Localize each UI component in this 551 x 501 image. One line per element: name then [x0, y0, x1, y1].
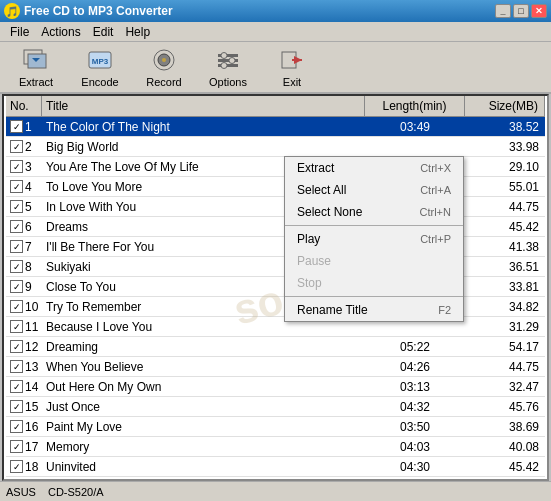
encode-icon: MP3	[86, 46, 114, 74]
close-button[interactable]: ✕	[531, 4, 547, 18]
table-row[interactable]: ✓10Try To Remember34.82	[6, 297, 545, 317]
table-row[interactable]: ✓11Because I Love You31.29	[6, 317, 545, 337]
ctx-separator	[285, 225, 463, 226]
ctx-item-label: Extract	[297, 161, 334, 175]
table-row[interactable]: ✓4To Love You More55.01	[6, 177, 545, 197]
ctx-item-shortcut: F2	[438, 304, 451, 316]
svg-point-12	[229, 58, 235, 64]
ctx-item-select-none[interactable]: Select NoneCtrl+N	[285, 201, 463, 223]
row-checkbox[interactable]: ✓	[10, 200, 23, 213]
row-checkbox[interactable]: ✓	[10, 280, 23, 293]
table-row[interactable]: ✓18Uninvited04:3045.42	[6, 457, 545, 477]
exit-label: Exit	[283, 76, 301, 88]
col-title: Title	[42, 96, 365, 116]
cell-no: ✓18	[6, 458, 42, 476]
row-checkbox[interactable]: ✓	[10, 160, 23, 173]
table-row[interactable]: ✓7I'll Be There For You41.38	[6, 237, 545, 257]
row-checkbox[interactable]: ✓	[10, 180, 23, 193]
row-checkbox[interactable]: ✓	[10, 440, 23, 453]
cell-no: ✓13	[6, 358, 42, 376]
ctx-item-label: Rename Title	[297, 303, 368, 317]
context-menu: ExtractCtrl+XSelect AllCtrl+ASelect None…	[284, 156, 464, 322]
table-row[interactable]: ✓6Dreams45.42	[6, 217, 545, 237]
cell-size: 55.01	[465, 178, 545, 196]
row-checkbox[interactable]: ✓	[10, 320, 23, 333]
cell-size: 40.08	[465, 438, 545, 456]
table-row[interactable]: ✓1The Color Of The Night03:4938.52	[6, 117, 545, 137]
ctx-item-stop: Stop	[285, 272, 463, 294]
title-bar-left: 🎵 Free CD to MP3 Converter	[4, 3, 173, 19]
row-checkbox[interactable]: ✓	[10, 400, 23, 413]
ctx-item-extract[interactable]: ExtractCtrl+X	[285, 157, 463, 179]
cell-no: ✓4	[6, 178, 42, 196]
row-checkbox[interactable]: ✓	[10, 140, 23, 153]
ctx-item-label: Pause	[297, 254, 331, 268]
main-area: sosej No. Title Length(min) Size(MB) ✓1T…	[2, 94, 549, 481]
table-row[interactable]: ✓17Memory04:0340.08	[6, 437, 545, 457]
extract-label: Extract	[19, 76, 53, 88]
menu-file[interactable]: File	[4, 23, 35, 41]
cell-size: 34.82	[465, 298, 545, 316]
svg-point-13	[221, 63, 227, 69]
row-checkbox[interactable]: ✓	[10, 460, 23, 473]
exit-button[interactable]: Exit	[262, 45, 322, 89]
col-no: No.	[6, 96, 42, 116]
extract-button[interactable]: Extract	[6, 45, 66, 89]
ctx-item-rename-title[interactable]: Rename TitleF2	[285, 299, 463, 321]
table-row[interactable]: ✓14Out Here On My Own03:1332.47	[6, 377, 545, 397]
table-row[interactable]: ✓16Paint My Love03:5038.69	[6, 417, 545, 437]
row-checkbox[interactable]: ✓	[10, 120, 23, 133]
table-row[interactable]: ✓9Close To You33.81	[6, 277, 545, 297]
cell-no: ✓10	[6, 298, 42, 316]
ctx-item-label: Select All	[297, 183, 346, 197]
row-checkbox[interactable]: ✓	[10, 420, 23, 433]
cell-length	[365, 145, 465, 149]
cell-title: Just Once	[42, 398, 365, 416]
cell-size: 33.81	[465, 278, 545, 296]
options-button[interactable]: Options	[198, 45, 258, 89]
drive-label: ASUS	[6, 486, 36, 498]
record-button[interactable]: Record	[134, 45, 194, 89]
row-checkbox[interactable]: ✓	[10, 300, 23, 313]
svg-point-7	[162, 58, 166, 62]
cell-size: 36.51	[465, 258, 545, 276]
cell-no: ✓2	[6, 138, 42, 156]
cell-title: The Color Of The Night	[42, 118, 365, 136]
ctx-item-pause: Pause	[285, 250, 463, 272]
cell-no: ✓6	[6, 218, 42, 236]
row-checkbox[interactable]: ✓	[10, 260, 23, 273]
table-row[interactable]: ✓5In Love With You44.75	[6, 197, 545, 217]
cell-length	[365, 325, 465, 329]
cell-no: ✓8	[6, 258, 42, 276]
toolbar: Extract MP3 Encode Record	[0, 42, 551, 94]
cell-length: 04:32	[365, 398, 465, 416]
table-row[interactable]: ✓13When You Believe04:2644.75	[6, 357, 545, 377]
cell-title: Out Here On My Own	[42, 378, 365, 396]
table-row[interactable]: ✓8Sukiyaki36.51	[6, 257, 545, 277]
menu-actions[interactable]: Actions	[35, 23, 86, 41]
table-row[interactable]: ✓12Dreaming05:2254.17	[6, 337, 545, 357]
row-checkbox[interactable]: ✓	[10, 240, 23, 253]
row-checkbox[interactable]: ✓	[10, 220, 23, 233]
row-checkbox[interactable]: ✓	[10, 340, 23, 353]
cell-no: ✓17	[6, 438, 42, 456]
ctx-separator	[285, 296, 463, 297]
maximize-button[interactable]: □	[513, 4, 529, 18]
table-row[interactable]: ✓3You Are The Love Of My Life29.10	[6, 157, 545, 177]
record-label: Record	[146, 76, 181, 88]
ctx-item-select-all[interactable]: Select AllCtrl+A	[285, 179, 463, 201]
cell-title: Big Big World	[42, 138, 365, 156]
row-checkbox[interactable]: ✓	[10, 360, 23, 373]
ctx-item-play[interactable]: PlayCtrl+P	[285, 228, 463, 250]
cell-title: When You Believe	[42, 358, 365, 376]
minimize-button[interactable]: _	[495, 4, 511, 18]
menu-help[interactable]: Help	[119, 23, 156, 41]
cell-no: ✓14	[6, 378, 42, 396]
menu-bar: File Actions Edit Help	[0, 22, 551, 42]
row-checkbox[interactable]: ✓	[10, 380, 23, 393]
encode-button[interactable]: MP3 Encode	[70, 45, 130, 89]
table-row[interactable]: ✓2Big Big World33.98	[6, 137, 545, 157]
table-row[interactable]: ✓15Just Once04:3245.76	[6, 397, 545, 417]
ctx-item-shortcut: Ctrl+X	[420, 162, 451, 174]
menu-edit[interactable]: Edit	[87, 23, 120, 41]
